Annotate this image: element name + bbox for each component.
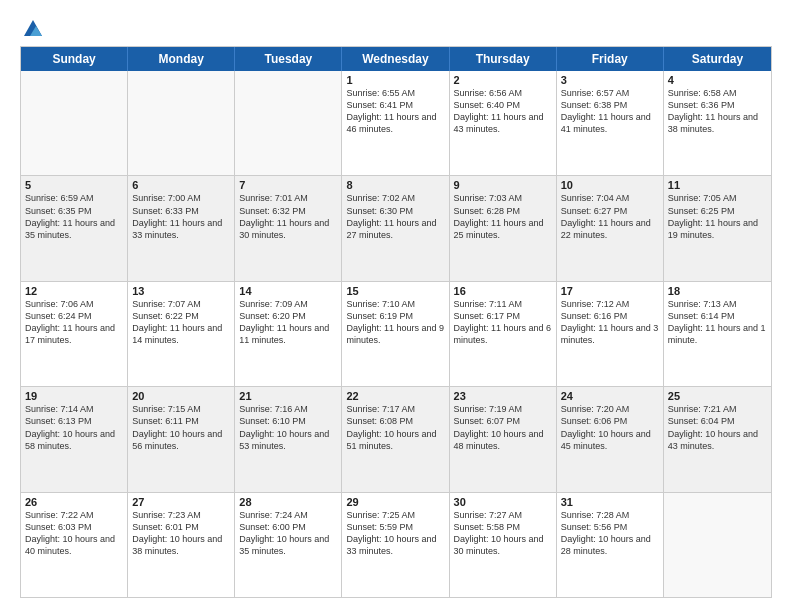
day-number: 20	[132, 390, 230, 402]
day-number: 25	[668, 390, 767, 402]
calendar-body: 1Sunrise: 6:55 AM Sunset: 6:41 PM Daylig…	[21, 71, 771, 597]
day-cell-15: 15Sunrise: 7:10 AM Sunset: 6:19 PM Dayli…	[342, 282, 449, 386]
day-number: 24	[561, 390, 659, 402]
day-content: Sunrise: 7:25 AM Sunset: 5:59 PM Dayligh…	[346, 509, 444, 558]
day-content: Sunrise: 6:59 AM Sunset: 6:35 PM Dayligh…	[25, 192, 123, 241]
day-content: Sunrise: 7:00 AM Sunset: 6:33 PM Dayligh…	[132, 192, 230, 241]
day-content: Sunrise: 7:04 AM Sunset: 6:27 PM Dayligh…	[561, 192, 659, 241]
day-number: 16	[454, 285, 552, 297]
day-cell-17: 17Sunrise: 7:12 AM Sunset: 6:16 PM Dayli…	[557, 282, 664, 386]
day-content: Sunrise: 7:11 AM Sunset: 6:17 PM Dayligh…	[454, 298, 552, 347]
day-content: Sunrise: 7:15 AM Sunset: 6:11 PM Dayligh…	[132, 403, 230, 452]
calendar-header: SundayMondayTuesdayWednesdayThursdayFrid…	[21, 47, 771, 71]
calendar-row-2: 5Sunrise: 6:59 AM Sunset: 6:35 PM Daylig…	[21, 175, 771, 280]
day-number: 7	[239, 179, 337, 191]
day-cell-24: 24Sunrise: 7:20 AM Sunset: 6:06 PM Dayli…	[557, 387, 664, 491]
day-content: Sunrise: 7:16 AM Sunset: 6:10 PM Dayligh…	[239, 403, 337, 452]
day-cell-6: 6Sunrise: 7:00 AM Sunset: 6:33 PM Daylig…	[128, 176, 235, 280]
day-cell-14: 14Sunrise: 7:09 AM Sunset: 6:20 PM Dayli…	[235, 282, 342, 386]
calendar-row-1: 1Sunrise: 6:55 AM Sunset: 6:41 PM Daylig…	[21, 71, 771, 175]
day-cell-7: 7Sunrise: 7:01 AM Sunset: 6:32 PM Daylig…	[235, 176, 342, 280]
day-content: Sunrise: 7:02 AM Sunset: 6:30 PM Dayligh…	[346, 192, 444, 241]
day-cell-30: 30Sunrise: 7:27 AM Sunset: 5:58 PM Dayli…	[450, 493, 557, 597]
calendar-row-3: 12Sunrise: 7:06 AM Sunset: 6:24 PM Dayli…	[21, 281, 771, 386]
day-number: 18	[668, 285, 767, 297]
day-number: 2	[454, 74, 552, 86]
day-content: Sunrise: 7:13 AM Sunset: 6:14 PM Dayligh…	[668, 298, 767, 347]
day-cell-18: 18Sunrise: 7:13 AM Sunset: 6:14 PM Dayli…	[664, 282, 771, 386]
day-content: Sunrise: 6:55 AM Sunset: 6:41 PM Dayligh…	[346, 87, 444, 136]
logo-icon	[22, 18, 44, 40]
day-number: 15	[346, 285, 444, 297]
day-cell-10: 10Sunrise: 7:04 AM Sunset: 6:27 PM Dayli…	[557, 176, 664, 280]
empty-cell	[235, 71, 342, 175]
day-cell-22: 22Sunrise: 7:17 AM Sunset: 6:08 PM Dayli…	[342, 387, 449, 491]
day-cell-19: 19Sunrise: 7:14 AM Sunset: 6:13 PM Dayli…	[21, 387, 128, 491]
weekday-header-sunday: Sunday	[21, 47, 128, 71]
day-cell-23: 23Sunrise: 7:19 AM Sunset: 6:07 PM Dayli…	[450, 387, 557, 491]
day-content: Sunrise: 7:12 AM Sunset: 6:16 PM Dayligh…	[561, 298, 659, 347]
day-content: Sunrise: 7:10 AM Sunset: 6:19 PM Dayligh…	[346, 298, 444, 347]
weekday-header-saturday: Saturday	[664, 47, 771, 71]
weekday-header-friday: Friday	[557, 47, 664, 71]
day-cell-4: 4Sunrise: 6:58 AM Sunset: 6:36 PM Daylig…	[664, 71, 771, 175]
day-content: Sunrise: 7:09 AM Sunset: 6:20 PM Dayligh…	[239, 298, 337, 347]
day-content: Sunrise: 7:20 AM Sunset: 6:06 PM Dayligh…	[561, 403, 659, 452]
day-number: 31	[561, 496, 659, 508]
day-number: 8	[346, 179, 444, 191]
day-number: 10	[561, 179, 659, 191]
calendar-row-4: 19Sunrise: 7:14 AM Sunset: 6:13 PM Dayli…	[21, 386, 771, 491]
day-number: 22	[346, 390, 444, 402]
day-cell-29: 29Sunrise: 7:25 AM Sunset: 5:59 PM Dayli…	[342, 493, 449, 597]
day-cell-27: 27Sunrise: 7:23 AM Sunset: 6:01 PM Dayli…	[128, 493, 235, 597]
day-content: Sunrise: 7:23 AM Sunset: 6:01 PM Dayligh…	[132, 509, 230, 558]
day-number: 1	[346, 74, 444, 86]
day-content: Sunrise: 7:14 AM Sunset: 6:13 PM Dayligh…	[25, 403, 123, 452]
day-cell-11: 11Sunrise: 7:05 AM Sunset: 6:25 PM Dayli…	[664, 176, 771, 280]
day-number: 30	[454, 496, 552, 508]
day-content: Sunrise: 7:24 AM Sunset: 6:00 PM Dayligh…	[239, 509, 337, 558]
day-number: 6	[132, 179, 230, 191]
day-content: Sunrise: 6:56 AM Sunset: 6:40 PM Dayligh…	[454, 87, 552, 136]
day-cell-28: 28Sunrise: 7:24 AM Sunset: 6:00 PM Dayli…	[235, 493, 342, 597]
page: SundayMondayTuesdayWednesdayThursdayFrid…	[0, 0, 792, 612]
day-number: 23	[454, 390, 552, 402]
day-cell-5: 5Sunrise: 6:59 AM Sunset: 6:35 PM Daylig…	[21, 176, 128, 280]
day-cell-3: 3Sunrise: 6:57 AM Sunset: 6:38 PM Daylig…	[557, 71, 664, 175]
header	[20, 18, 772, 36]
day-number: 17	[561, 285, 659, 297]
day-content: Sunrise: 7:07 AM Sunset: 6:22 PM Dayligh…	[132, 298, 230, 347]
day-cell-13: 13Sunrise: 7:07 AM Sunset: 6:22 PM Dayli…	[128, 282, 235, 386]
day-number: 29	[346, 496, 444, 508]
day-number: 14	[239, 285, 337, 297]
day-number: 3	[561, 74, 659, 86]
day-number: 5	[25, 179, 123, 191]
day-cell-21: 21Sunrise: 7:16 AM Sunset: 6:10 PM Dayli…	[235, 387, 342, 491]
day-content: Sunrise: 7:21 AM Sunset: 6:04 PM Dayligh…	[668, 403, 767, 452]
empty-cell	[128, 71, 235, 175]
empty-cell	[21, 71, 128, 175]
day-number: 26	[25, 496, 123, 508]
weekday-header-tuesday: Tuesday	[235, 47, 342, 71]
weekday-header-wednesday: Wednesday	[342, 47, 449, 71]
day-content: Sunrise: 7:28 AM Sunset: 5:56 PM Dayligh…	[561, 509, 659, 558]
day-cell-20: 20Sunrise: 7:15 AM Sunset: 6:11 PM Dayli…	[128, 387, 235, 491]
day-content: Sunrise: 7:05 AM Sunset: 6:25 PM Dayligh…	[668, 192, 767, 241]
day-number: 21	[239, 390, 337, 402]
day-cell-1: 1Sunrise: 6:55 AM Sunset: 6:41 PM Daylig…	[342, 71, 449, 175]
day-cell-8: 8Sunrise: 7:02 AM Sunset: 6:30 PM Daylig…	[342, 176, 449, 280]
day-content: Sunrise: 6:58 AM Sunset: 6:36 PM Dayligh…	[668, 87, 767, 136]
day-cell-31: 31Sunrise: 7:28 AM Sunset: 5:56 PM Dayli…	[557, 493, 664, 597]
day-number: 28	[239, 496, 337, 508]
day-content: Sunrise: 7:06 AM Sunset: 6:24 PM Dayligh…	[25, 298, 123, 347]
day-content: Sunrise: 7:27 AM Sunset: 5:58 PM Dayligh…	[454, 509, 552, 558]
day-cell-26: 26Sunrise: 7:22 AM Sunset: 6:03 PM Dayli…	[21, 493, 128, 597]
weekday-header-thursday: Thursday	[450, 47, 557, 71]
day-number: 27	[132, 496, 230, 508]
day-content: Sunrise: 7:22 AM Sunset: 6:03 PM Dayligh…	[25, 509, 123, 558]
day-content: Sunrise: 7:19 AM Sunset: 6:07 PM Dayligh…	[454, 403, 552, 452]
day-content: Sunrise: 7:03 AM Sunset: 6:28 PM Dayligh…	[454, 192, 552, 241]
weekday-header-monday: Monday	[128, 47, 235, 71]
day-cell-9: 9Sunrise: 7:03 AM Sunset: 6:28 PM Daylig…	[450, 176, 557, 280]
day-content: Sunrise: 7:01 AM Sunset: 6:32 PM Dayligh…	[239, 192, 337, 241]
